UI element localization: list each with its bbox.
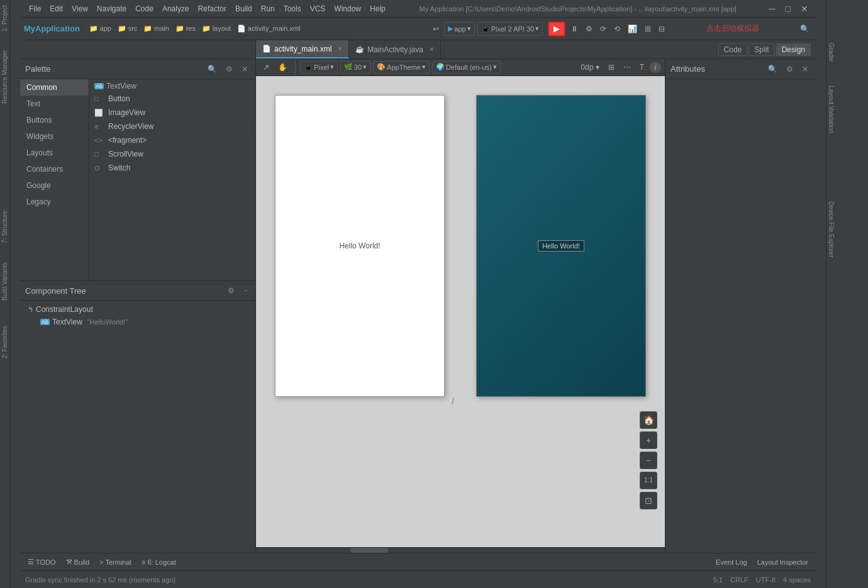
theme-dropdown[interactable]: 🎨 AppTheme ▾ <box>373 61 430 74</box>
design-canvas-dark[interactable]: Hello World! <box>476 95 646 397</box>
tab-close-activity-main[interactable]: ✕ <box>337 45 342 52</box>
menu-run[interactable]: Run <box>257 3 279 14</box>
component-tree-close-btn[interactable]: − <box>241 285 250 296</box>
code-view-btn[interactable]: Code <box>718 43 748 56</box>
menu-analyze[interactable]: Analyze <box>159 3 193 14</box>
search-btn[interactable]: 🔍 <box>798 23 812 35</box>
menu-build[interactable]: Build <box>231 3 256 14</box>
toolbar-btn-5[interactable]: 📊 <box>625 23 640 35</box>
resource-manager-tab[interactable]: Resource Manager <box>0 48 9 106</box>
palette-close-btn[interactable]: ✕ <box>239 64 250 75</box>
layout-validation-side-tab[interactable]: Layout Validation <box>826 83 836 136</box>
structure-tab[interactable]: 7: Structure <box>0 208 9 246</box>
horizontal-scrollbar[interactable] <box>256 547 665 553</box>
blueprint-canvas[interactable]: Hello World! <box>275 95 445 397</box>
build-variants-tab[interactable]: Build Variants <box>0 260 9 303</box>
resize-handle-blueprint[interactable]: / <box>452 396 454 406</box>
fit-screen-btn[interactable]: ⊡ <box>640 492 657 509</box>
menu-help[interactable]: Help <box>366 3 389 14</box>
run-button[interactable]: ▶ <box>548 21 565 36</box>
palette-item-recyclerview[interactable]: ≡ RecyclerView ↓ <box>89 119 255 133</box>
todo-tab[interactable]: ☰ TODO <box>24 557 60 567</box>
palette-cat-text[interactable]: Text <box>20 96 89 112</box>
menu-navigate[interactable]: Navigate <box>93 3 130 14</box>
palette-search-btn[interactable]: 🔍 <box>205 64 220 75</box>
attributes-search-btn[interactable]: 🔍 <box>765 64 780 75</box>
palette-cat-google[interactable]: Google <box>20 177 89 194</box>
pan-tool-btn[interactable]: ✋ <box>275 62 291 73</box>
text-align-btn[interactable]: T <box>637 62 647 73</box>
logcat-tab[interactable]: ≡ 6: Logcat <box>138 557 180 567</box>
palette-item-scrollview[interactable]: □ ScrollView <box>89 147 255 161</box>
layout-inspector-tab[interactable]: Layout Inspector <box>754 557 812 567</box>
run-config-label: app <box>454 25 465 33</box>
menu-code[interactable]: Code <box>131 3 157 14</box>
palette-settings-btn[interactable]: ⚙ <box>223 64 235 75</box>
toolbar-btn-3[interactable]: ⟳ <box>598 23 609 35</box>
gradle-tab[interactable]: Gradle <box>826 40 836 64</box>
tab-close-main-activity[interactable]: ✕ <box>429 46 434 53</box>
palette-item-switch[interactable]: ⊙ Switch <box>89 161 255 175</box>
locale-dropdown[interactable]: 🌍 Default (en-us) ▾ <box>432 61 501 74</box>
device-select[interactable]: 📱 Pixel 2 API 30 ▾ <box>477 22 543 36</box>
tab-activity-main[interactable]: 📄 activity_main.xml ✕ <box>256 40 349 58</box>
palette-cat-common[interactable]: Common <box>20 79 89 96</box>
constraint-layout-label: ConstraintLayout <box>36 305 93 314</box>
zoom-out-btn[interactable]: − <box>640 452 657 469</box>
constraint-layout-icon: ↰ <box>28 306 33 314</box>
menu-refactor[interactable]: Refactor <box>194 3 230 14</box>
api-dropdown[interactable]: 🌿 30 ▾ <box>340 61 370 74</box>
attributes-close-btn[interactable]: ✕ <box>799 64 811 75</box>
margin-input[interactable]: 0dp ▾ <box>577 62 602 73</box>
menu-vcs[interactable]: VCS <box>306 3 330 14</box>
toolbar-btn-6[interactable]: ⊞ <box>642 23 654 35</box>
build-tab[interactable]: ⚒ Build <box>62 557 93 567</box>
palette-cat-legacy[interactable]: Legacy <box>20 194 89 210</box>
palette-item-button[interactable]: □ Button <box>89 92 255 106</box>
component-tree-settings-btn[interactable]: ⚙ <box>225 285 237 296</box>
device-file-explorer-tab[interactable]: Device File Explorer <box>826 199 836 260</box>
main-content: Palette 🔍 ⚙ ✕ Common Text Buttons Widget… <box>20 59 816 553</box>
close-btn[interactable]: ✕ <box>798 4 811 14</box>
more-design-btn[interactable]: ⋯ <box>620 62 634 73</box>
tab-main-activity[interactable]: ☕ MainActivity.java ✕ <box>349 40 440 58</box>
bc-file: 📄 activity_main.xml <box>237 25 301 33</box>
menu-tools[interactable]: Tools <box>280 3 305 14</box>
device-icon: 📱 <box>304 63 313 71</box>
tree-item-constraintlayout[interactable]: ↰ ConstraintLayout <box>20 303 255 316</box>
favorites-tab[interactable]: 2: Favorites <box>0 323 9 361</box>
palette-cat-buttons[interactable]: Buttons <box>20 112 89 128</box>
zoom-home-btn[interactable]: 🏠 <box>640 411 657 429</box>
palette-item-imageview[interactable]: ⬜ ImageView <box>89 106 255 119</box>
maximize-btn[interactable]: □ <box>783 4 793 14</box>
palette-cat-widgets[interactable]: Widgets <box>20 128 89 145</box>
terminal-tab[interactable]: > Terminal <box>96 557 135 567</box>
toolbar-btn-4[interactable]: ⟲ <box>611 23 623 35</box>
menu-view[interactable]: View <box>68 3 92 14</box>
attributes-settings-btn[interactable]: ⚙ <box>784 64 796 75</box>
toolbar-btn-2[interactable]: ⚙ <box>583 23 595 35</box>
design-view-btn[interactable]: Design <box>776 43 811 56</box>
zoom-in-btn[interactable]: + <box>640 431 657 449</box>
toolbar-btn-7[interactable]: ⊟ <box>656 23 667 35</box>
select-tool-btn[interactable]: ↗ <box>260 62 272 73</box>
tree-item-textview[interactable]: Ab TextView "HelloWorld!" <box>20 316 255 328</box>
zoom-reset-btn[interactable]: 1:1 <box>640 472 657 489</box>
menu-edit[interactable]: Edit <box>46 3 67 14</box>
project-tab[interactable]: 1: Project <box>0 3 9 34</box>
event-log-tab[interactable]: Event Log <box>712 557 751 567</box>
palette-cat-containers[interactable]: Containers <box>20 161 89 177</box>
menu-file[interactable]: File <box>25 3 45 14</box>
minimize-btn[interactable]: ─ <box>767 4 778 14</box>
split-view-btn[interactable]: Split <box>748 43 774 56</box>
menu-window[interactable]: Window <box>330 3 365 14</box>
palette-cat-layouts[interactable]: Layouts <box>20 145 89 161</box>
run-config-select[interactable]: ▶ app ▾ <box>444 22 474 36</box>
help-icon[interactable]: i <box>650 62 661 73</box>
device-dropdown[interactable]: 📱 Pixel ▾ <box>300 61 338 74</box>
back-btn[interactable]: ↩ <box>430 23 442 35</box>
toolbar-btn-1[interactable]: ⏸ <box>568 23 581 35</box>
palette-item-fragment[interactable]: <> <fragment> <box>89 133 255 147</box>
menu-bar: File Edit View Navigate Code Analyze Ref… <box>25 3 389 14</box>
align-btn[interactable]: ⊞ <box>605 62 618 73</box>
